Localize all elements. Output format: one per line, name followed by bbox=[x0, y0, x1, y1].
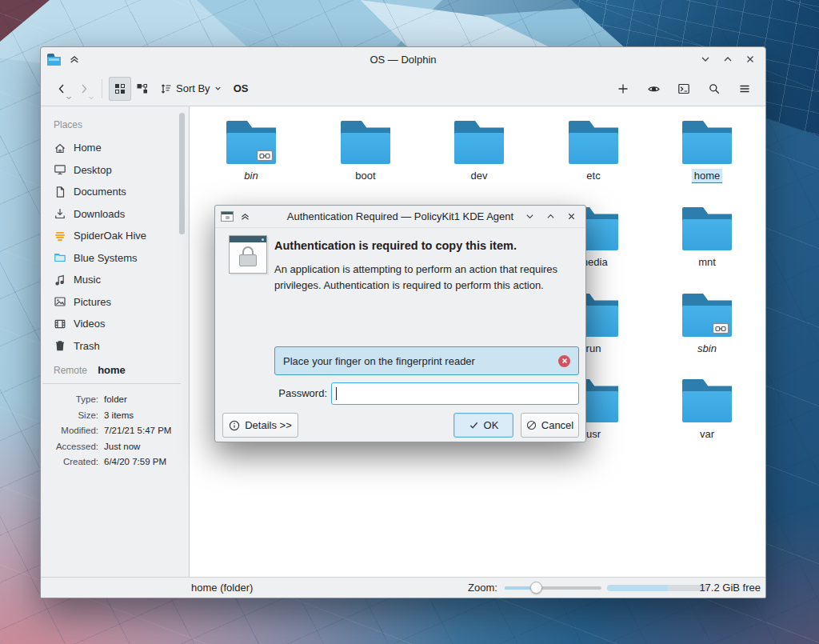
sidebar-item-label: Blue Systems bbox=[74, 252, 137, 264]
details-button[interactable]: Details >> bbox=[222, 413, 298, 438]
folder-icon bbox=[226, 121, 276, 164]
disk-capacity-fill bbox=[607, 585, 668, 591]
close-button[interactable] bbox=[562, 208, 580, 226]
sidebar-item-label: Documents bbox=[74, 186, 126, 198]
authentication-dialog: Authentication Required — PolicyKit1 KDE… bbox=[214, 205, 586, 442]
toolbar-separator bbox=[102, 79, 102, 98]
keep-above-icon[interactable] bbox=[69, 54, 80, 65]
statusbar: home (folder) Zoom: 17.2 GiB free bbox=[41, 577, 765, 598]
sidebar-item-icon bbox=[54, 274, 66, 286]
info-row-label: Size: bbox=[41, 408, 98, 424]
dialog-body-text: An application is attempting to perform … bbox=[274, 262, 580, 294]
folder-etc[interactable]: etc bbox=[549, 121, 637, 182]
sidebar-item-icon bbox=[54, 163, 66, 176]
preview-button[interactable] bbox=[642, 77, 665, 101]
info-row-label: Created: bbox=[41, 454, 98, 470]
free-space-text: 17.2 GiB free bbox=[699, 582, 761, 594]
sidebar-item-label: Pictures bbox=[74, 296, 111, 308]
places-scrollbar[interactable] bbox=[179, 113, 185, 234]
ok-button[interactable]: OK bbox=[453, 413, 513, 438]
info-title: home bbox=[41, 364, 182, 376]
maximize-button[interactable] bbox=[541, 208, 559, 226]
sidebar-item-label: Desktop bbox=[74, 164, 112, 176]
info-row-value: 6/4/20 7:59 PM bbox=[104, 454, 166, 470]
info-divider bbox=[42, 383, 181, 384]
sidebar-item-documents[interactable]: Documents bbox=[52, 181, 182, 203]
statusbar-selection-text: home (folder) bbox=[191, 582, 253, 594]
forward-button[interactable] bbox=[73, 77, 95, 101]
folder-icon bbox=[682, 121, 732, 164]
folder-label: run bbox=[584, 342, 604, 355]
tree-view-button[interactable] bbox=[131, 77, 154, 101]
sidebar-item-icon bbox=[54, 295, 66, 308]
folder-icon bbox=[454, 121, 504, 164]
minimize-button[interactable] bbox=[697, 50, 714, 68]
folder-dev[interactable]: dev bbox=[435, 121, 523, 182]
search-button[interactable] bbox=[703, 77, 725, 101]
keep-above-icon[interactable] bbox=[240, 211, 250, 222]
dialog-titlebar[interactable]: Authentication Required — PolicyKit1 KDE… bbox=[215, 206, 585, 228]
minimize-button[interactable] bbox=[521, 208, 538, 226]
info-row-label: Modified: bbox=[41, 423, 98, 439]
sidebar-item-spideroak-hive[interactable]: SpiderOak Hive bbox=[52, 225, 182, 247]
dialog-heading: Authentication is required to copy this … bbox=[274, 239, 517, 252]
window-titlebar[interactable]: OS — Dolphin bbox=[41, 47, 765, 71]
toolbar: Sort By OS bbox=[41, 71, 765, 106]
back-button[interactable] bbox=[50, 77, 73, 101]
menu-button[interactable] bbox=[733, 77, 756, 101]
folder-sbin[interactable]: sbin bbox=[663, 294, 751, 354]
folder-label: usr bbox=[584, 427, 603, 441]
symlink-emblem-icon bbox=[257, 150, 273, 161]
folder-label: var bbox=[697, 427, 717, 441]
info-row: Type: folder bbox=[41, 392, 182, 408]
sort-by-label: Sort By bbox=[176, 82, 210, 94]
sidebar-item-label: Music bbox=[74, 274, 101, 286]
folder-icon bbox=[682, 207, 732, 250]
sidebar-item-label: Downloads bbox=[74, 208, 125, 220]
sidebar-item-blue-systems[interactable]: Blue Systems bbox=[52, 247, 182, 270]
sidebar-item-videos[interactable]: Videos bbox=[52, 313, 182, 335]
folder-var[interactable]: var bbox=[663, 379, 751, 440]
close-button[interactable] bbox=[741, 50, 759, 68]
new-button[interactable] bbox=[612, 77, 634, 101]
sidebar-item-downloads[interactable]: Downloads bbox=[52, 203, 182, 226]
sidebar-item-icon bbox=[54, 318, 66, 330]
fingerprint-message-box: Place your finger on the fingerprint rea… bbox=[274, 346, 579, 375]
folder-label: bin bbox=[242, 169, 260, 182]
zoom-slider-handle[interactable] bbox=[530, 582, 542, 594]
sidebar-item-pictures[interactable]: Pictures bbox=[52, 291, 182, 314]
folder-bin[interactable]: bin bbox=[207, 121, 295, 182]
sidebar-item-label: Videos bbox=[74, 318, 106, 330]
folder-boot[interactable]: boot bbox=[322, 121, 410, 182]
breadcrumb[interactable]: OS bbox=[234, 82, 249, 94]
info-row-value: 7/21/21 5:47 PM bbox=[104, 423, 171, 439]
folder-home[interactable]: home bbox=[663, 121, 751, 182]
sidebar-item-label: Home bbox=[74, 142, 102, 154]
folder-label: home bbox=[692, 169, 723, 182]
icons-view-button[interactable] bbox=[109, 77, 131, 101]
sort-by-button[interactable]: Sort By bbox=[160, 77, 222, 101]
sidebar-item-home[interactable]: Home bbox=[52, 137, 182, 159]
folder-label: mnt bbox=[696, 255, 718, 269]
cancel-button[interactable]: Cancel bbox=[521, 413, 579, 438]
disk-capacity-bar bbox=[607, 585, 708, 591]
ok-label: OK bbox=[484, 419, 499, 431]
maximize-button[interactable] bbox=[719, 50, 737, 68]
password-input[interactable] bbox=[331, 382, 579, 405]
details-label: Details >> bbox=[245, 419, 292, 431]
folder-label: boot bbox=[353, 169, 378, 182]
sidebar-item-desktop[interactable]: Desktop bbox=[52, 159, 182, 182]
info-row-value: Just now bbox=[104, 439, 140, 455]
auth-app-icon bbox=[221, 211, 234, 222]
info-row: Created: 6/4/20 7:59 PM bbox=[41, 454, 182, 470]
folder-icon bbox=[569, 121, 618, 164]
info-row: Size: 3 items bbox=[41, 408, 182, 424]
sidebar-item-music[interactable]: Music bbox=[52, 269, 182, 291]
info-row: Accessed: Just now bbox=[41, 439, 182, 455]
sidebar-item-icon bbox=[54, 251, 66, 264]
terminal-button[interactable] bbox=[673, 77, 695, 101]
password-label: Password: bbox=[215, 387, 327, 399]
folder-mnt[interactable]: mnt bbox=[663, 207, 751, 268]
zoom-slider[interactable] bbox=[505, 586, 601, 590]
info-row-value: 3 items bbox=[104, 408, 134, 424]
